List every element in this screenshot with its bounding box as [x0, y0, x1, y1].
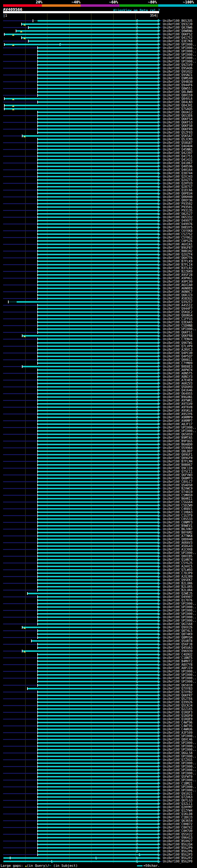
- hit-alignment-bar[interactable]: [38, 342, 158, 344]
- hit-label[interactable]: UniRef100_Q1AN74: [163, 558, 192, 561]
- hit-alignment-bar[interactable]: [38, 681, 158, 682]
- hit-alignment-bar[interactable]: [38, 81, 158, 83]
- hit-alignment-bar[interactable]: [38, 213, 158, 215]
- hit-alignment-bar[interactable]: [38, 359, 158, 361]
- hit-alignment-bar[interactable]: [38, 138, 158, 140]
- hit-alignment-bar[interactable]: [38, 759, 158, 761]
- hit-alignment-bar[interactable]: [38, 735, 158, 737]
- hit-label[interactable]: UniRef100_C5Y0G2: [163, 236, 192, 239]
- hit-label[interactable]: UniRef100_Q8VC46: [163, 738, 192, 741]
- hit-label[interactable]: UniRef100_O82527: [163, 212, 192, 216]
- hit-alignment-bar[interactable]: [38, 376, 158, 377]
- hit-label[interactable]: UniRef100_Q0J9W6: [163, 26, 192, 29]
- hit-alignment-bar[interactable]: [38, 722, 158, 723]
- hit-label[interactable]: UniRef100_C5DZW9: [163, 504, 192, 507]
- hit-label[interactable]: UniRef100_Q7XYB2: [163, 690, 192, 694]
- hit-label[interactable]: UniRef100_A9SF28: [163, 273, 192, 277]
- hit-alignment-bar[interactable]: [38, 338, 158, 340]
- hit-label[interactable]: UniRef100_Q8LBW0: [163, 90, 192, 94]
- hit-alignment-bar[interactable]: [38, 606, 158, 608]
- hit-label[interactable]: UniRef100_A9TWR1: [163, 399, 192, 402]
- hit-label[interactable]: UniRef100_C7ENV4: [163, 338, 192, 341]
- hit-alignment-bar[interactable]: [38, 308, 158, 309]
- hit-label[interactable]: UniRef100_O74819: [163, 490, 192, 494]
- hit-label[interactable]: UniRef100_Q41431: [163, 158, 192, 161]
- hit-alignment-bar[interactable]: [38, 128, 158, 130]
- hit-label[interactable]: UniRef100_UPI000..: [163, 551, 196, 555]
- hit-alignment-bar[interactable]: [38, 562, 158, 564]
- hit-alignment-bar[interactable]: [3, 857, 158, 859]
- hit-alignment-bar[interactable]: [38, 373, 158, 374]
- hit-alignment-bar[interactable]: [38, 505, 158, 506]
- hit-label[interactable]: UniRef100_Q7ZU63: [163, 795, 192, 799]
- hit-alignment-bar[interactable]: [38, 806, 158, 808]
- hit-label[interactable]: UniRef100_A5DG43: [163, 545, 192, 548]
- hit-alignment-bar[interactable]: [38, 572, 158, 574]
- hit-label[interactable]: UniRef100_Q84JH1: [163, 104, 192, 107]
- hit-alignment-bar[interactable]: [38, 837, 158, 838]
- hit-alignment-bar[interactable]: [38, 420, 158, 422]
- hit-alignment-bar[interactable]: [38, 145, 158, 147]
- hit-alignment-bar[interactable]: [38, 413, 158, 415]
- hit-label[interactable]: UniRef100_Q1RQF3: [163, 711, 192, 714]
- hit-label[interactable]: UniRef100_B9FQG5: [163, 439, 192, 443]
- hit-label[interactable]: UniRef100_B3TLR2: [163, 266, 192, 270]
- hit-alignment-bar[interactable]: [38, 383, 158, 384]
- hit-alignment-bar[interactable]: [38, 227, 158, 228]
- hit-alignment-bar[interactable]: [38, 440, 158, 442]
- hit-alignment-bar[interactable]: [38, 230, 158, 231]
- hit-label[interactable]: UniRef100_UPI000..: [163, 327, 196, 331]
- hit-label[interactable]: UniRef100_UPI000..: [163, 741, 196, 745]
- hit-label[interactable]: UniRef100_B8B1H2: [163, 249, 192, 253]
- hit-alignment-bar[interactable]: [38, 705, 158, 706]
- hit-alignment-bar[interactable]: [38, 318, 158, 320]
- hit-alignment-bar[interactable]: [4, 44, 158, 45]
- hit-alignment-bar[interactable]: [38, 125, 158, 127]
- hit-alignment-bar[interactable]: [38, 189, 158, 191]
- hit-label[interactable]: UniRef100_Q38744: [163, 172, 192, 175]
- hit-label[interactable]: UniRef100_Q6BMT3: [163, 477, 192, 480]
- hit-alignment-bar[interactable]: [38, 101, 158, 103]
- hit-alignment-bar[interactable]: [38, 589, 158, 591]
- hit-alignment-bar[interactable]: [38, 250, 158, 252]
- hit-alignment-bar[interactable]: [38, 84, 158, 86]
- hit-label[interactable]: UniRef100_Q84VL6: [163, 97, 192, 100]
- hit-label[interactable]: UniRef100_C4WT96: [163, 721, 192, 724]
- hit-label[interactable]: UniRef100_O49907: [163, 595, 192, 598]
- hit-alignment-bar[interactable]: [38, 715, 158, 716]
- hit-label[interactable]: UniRef100_A5B3U2: [163, 297, 192, 300]
- hit-label[interactable]: UniRef100_UPI000..: [163, 765, 196, 768]
- hit-label[interactable]: UniRef100_Q91021: [163, 792, 192, 795]
- hit-label[interactable]: UniRef100_Q1ZYW4: [163, 809, 192, 812]
- hit-alignment-bar[interactable]: [38, 95, 158, 96]
- hit-alignment-bar[interactable]: [38, 813, 158, 815]
- hit-label[interactable]: UniRef100_Q00811: [163, 358, 192, 362]
- hit-label[interactable]: UniRef100_Q39926: [163, 701, 192, 704]
- hit-alignment-bar[interactable]: [38, 576, 158, 577]
- hit-label[interactable]: UniRef100_Q6H7T6: [163, 256, 192, 259]
- hit-alignment-bar[interactable]: [38, 579, 158, 581]
- hit-alignment-bar[interactable]: [38, 793, 158, 795]
- hit-alignment-bar[interactable]: [38, 284, 158, 286]
- hit-label[interactable]: UniRef100_Q09GF0: [163, 456, 192, 460]
- hit-alignment-bar[interactable]: [38, 47, 158, 49]
- hit-alignment-bar[interactable]: [38, 223, 158, 225]
- hit-label[interactable]: UniRef100_Q4PCU0: [163, 351, 192, 355]
- hit-alignment-bar[interactable]: [38, 67, 158, 69]
- hit-label[interactable]: UniRef100_UPI000..: [163, 762, 196, 765]
- hit-label[interactable]: UniRef100_UPI000..: [163, 680, 196, 683]
- hit-label[interactable]: UniRef100_UPI000..: [163, 46, 196, 50]
- hit-label[interactable]: UniRef100_Q6GL58: [163, 751, 192, 755]
- hit-label[interactable]: UniRef100_Q1RQE9: [163, 717, 192, 721]
- hit-alignment-bar[interactable]: [38, 369, 158, 371]
- hit-label[interactable]: UniRef100_Q0OIB5: [163, 555, 192, 558]
- hit-alignment-bar[interactable]: [38, 355, 158, 357]
- hit-alignment-bar[interactable]: [38, 179, 158, 181]
- hit-alignment-bar[interactable]: [38, 508, 158, 509]
- hit-label[interactable]: UniRef100_C7DJP9: [163, 571, 192, 575]
- hit-alignment-bar[interactable]: [38, 512, 158, 513]
- hit-alignment-bar[interactable]: [38, 315, 158, 316]
- hit-label[interactable]: UniRef100_UPI000..: [163, 60, 196, 63]
- hit-alignment-bar[interactable]: [38, 789, 158, 791]
- hit-alignment-bar[interactable]: [38, 752, 158, 754]
